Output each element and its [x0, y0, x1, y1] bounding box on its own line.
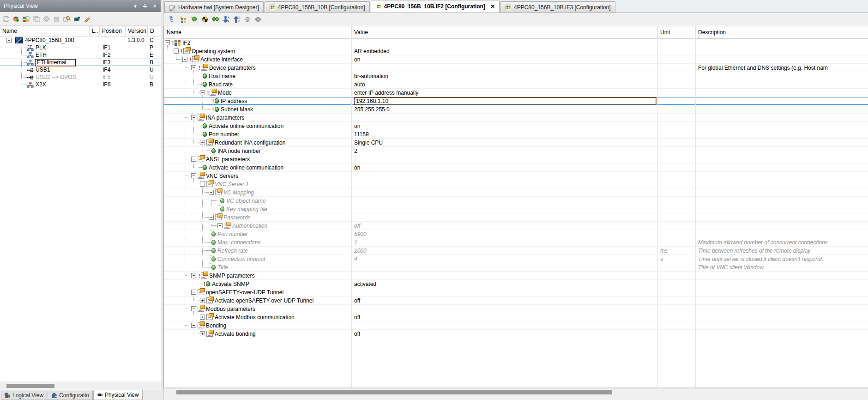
config-row[interactable]: Host namebr-automation [164, 72, 868, 80]
editor-tab-4[interactable]: 4PPC80_156B_10B.IF3 [Configuration] [500, 1, 615, 12]
tree-view-icon[interactable] [169, 16, 177, 24]
expander-minus-icon[interactable]: − [174, 48, 179, 54]
config-row[interactable]: +Activate Modbus communicationoff [164, 313, 868, 321]
column-header-value[interactable]: Value [351, 26, 657, 38]
sort-ascending-icon[interactable]: ZA [233, 16, 241, 24]
tree-row[interactable]: USB2 --> GPOSIF5U [0, 73, 161, 81]
expander-minus-icon[interactable]: − [191, 306, 196, 311]
editor-horizontal-scrollbar[interactable] [163, 388, 868, 396]
config-row[interactable]: −✳VNC Server 1 [164, 180, 868, 188]
balloon-help-icon[interactable]: ✳ [190, 16, 199, 24]
config-row[interactable]: Baud rateauto [164, 80, 868, 89]
expander-plus-icon[interactable]: + [200, 331, 205, 336]
config-row[interactable]: ✳Key mapping file [164, 205, 868, 213]
config-row[interactable]: −!SNMP parameters [164, 272, 868, 280]
delete-module-icon[interactable] [53, 15, 61, 23]
config-row[interactable]: −VNC Servers [164, 172, 868, 180]
sort-descending-icon[interactable]: AZ [222, 16, 230, 24]
expander-minus-icon[interactable]: − [191, 173, 196, 178]
config-row[interactable]: ✳VC object name [164, 197, 868, 205]
dock-horizontal-scrollbar[interactable] [0, 382, 161, 389]
config-row[interactable]: +Activate openSAFETY-over-UDP Tunneloff [164, 297, 868, 305]
editor-tab-3[interactable]: 4PPC80_156B_10B.IF2 [Configuration]✕ [371, 0, 500, 12]
value-edit-box[interactable]: 192.168.1.10 [354, 97, 656, 105]
expander-minus-icon[interactable]: − [200, 90, 205, 95]
rename-edit-box[interactable]: ETHinternal [35, 59, 76, 66]
column-header-version[interactable]: Version [126, 26, 148, 36]
column-header-l[interactable]: L.. [90, 26, 100, 36]
config-row[interactable]: INA node number2 [164, 147, 868, 155]
config-row[interactable]: !IP address192.168.1.10 [164, 97, 868, 105]
config-row[interactable]: −✳Passwords [164, 213, 868, 222]
expander-plus-icon[interactable]: + [200, 315, 205, 320]
tree-row[interactable]: −4PPC80_156B_10B1.3.0.0C [0, 36, 161, 44]
config-row[interactable]: Port number11159 [164, 130, 868, 139]
config-row[interactable]: −!Operating systemAR embedded [164, 47, 868, 55]
hardware-catalog-icon[interactable]: ✳ [180, 16, 188, 24]
expander-minus-icon[interactable]: − [200, 140, 205, 145]
tree-row[interactable]: ETHIF2E [0, 51, 161, 59]
config-row[interactable]: −!Activate interfaceon [164, 55, 868, 64]
config-row[interactable]: ✳TitleTitle of VNC client Window [164, 263, 868, 272]
config-row[interactable]: ✳Max. connections1Maximum allowed number… [164, 238, 868, 247]
config-row[interactable]: −openSAFETY-over-UDP Tunnel [164, 288, 868, 297]
show-all-values-icon[interactable] [243, 16, 252, 24]
expander-minus-icon[interactable]: − [209, 190, 214, 195]
expander-minus-icon[interactable]: − [191, 323, 196, 328]
column-header-name[interactable]: Name [164, 26, 351, 38]
expander-minus-icon[interactable]: − [191, 65, 196, 70]
config-row[interactable]: !Subnet Mask255.255.255.0 [164, 105, 868, 114]
compare-icon[interactable] [211, 16, 220, 24]
view-tab-configuratio[interactable]: Configuratio [48, 391, 93, 400]
tree-row[interactable]: X2XIF6B [0, 81, 161, 88]
copy-hardware-icon[interactable] [32, 15, 41, 23]
config-row[interactable]: ✳Connection timeout4sTime until server i… [164, 255, 868, 263]
config-row[interactable]: −!Modeenter IP address manually [164, 89, 868, 97]
config-row[interactable]: −Redundant INA configurationSingle CPU [164, 139, 868, 147]
config-row[interactable]: +Activate bondingoff [164, 330, 868, 338]
editor-tab-1[interactable]: Hardware.hwl [System Designer] [164, 1, 264, 12]
locate-icon[interactable] [201, 16, 209, 24]
value-cell[interactable]: 192.168.1.10 [351, 97, 657, 105]
expander-minus-icon[interactable]: − [191, 273, 196, 278]
config-row[interactable]: +✳Authenticationoff [164, 222, 868, 230]
column-header-description[interactable]: Description [695, 26, 868, 38]
scrollbar-thumb[interactable] [6, 384, 54, 388]
expander-minus-icon[interactable]: − [191, 157, 196, 162]
expander-minus-icon[interactable]: − [6, 38, 12, 43]
expander-plus-icon[interactable]: + [217, 223, 223, 228]
config-row[interactable]: −Modbus parameters [164, 305, 868, 313]
auto-hide-pin-icon[interactable] [142, 3, 148, 9]
replace-module-icon[interactable] [42, 15, 51, 23]
expander-minus-icon[interactable]: − [165, 40, 170, 45]
view-tab-physical-view[interactable]: Physical View [93, 390, 143, 400]
config-row[interactable]: ✳Port number5900 [164, 230, 868, 238]
scrollbar-thumb[interactable] [176, 390, 612, 394]
add-hardware-icon[interactable] [22, 15, 30, 23]
config-row[interactable]: −Bonding [164, 321, 868, 330]
expander-minus-icon[interactable]: − [182, 57, 187, 62]
expander-minus-icon[interactable]: − [200, 182, 205, 187]
config-row[interactable]: Activate online communicationon [164, 122, 868, 130]
config-row[interactable]: !Activate SNMPactivated [164, 280, 868, 288]
column-header-unit[interactable]: Unit [657, 26, 695, 38]
expander-plus-icon[interactable]: + [200, 298, 205, 303]
config-row[interactable]: Activate online communicationon [164, 164, 868, 172]
tree-row[interactable]: PLKIF1P [0, 44, 161, 51]
expander-minus-icon[interactable]: − [209, 215, 214, 220]
config-row[interactable]: −!Device parametersFor global Ethernet a… [164, 64, 868, 72]
chevron-down-icon[interactable]: ▾ [132, 3, 139, 9]
column-header-name[interactable]: Name [0, 26, 90, 36]
expander-minus-icon[interactable]: − [191, 290, 196, 295]
find-hardware-icon[interactable] [63, 15, 71, 23]
close-icon[interactable]: ✕ [151, 3, 158, 9]
expander-minus-icon[interactable]: − [191, 115, 196, 120]
rename-icon[interactable] [83, 15, 91, 23]
refresh-icon[interactable] [2, 15, 10, 23]
upload-hardware-icon[interactable] [12, 15, 20, 23]
camera-device-icon[interactable] [73, 15, 81, 23]
column-header-position[interactable]: Position [100, 26, 126, 36]
filter-values-icon[interactable] [254, 16, 262, 24]
tree-row[interactable]: ETHinternalIF3B [0, 59, 161, 66]
config-row[interactable]: −✳VC Mapping [164, 188, 868, 197]
